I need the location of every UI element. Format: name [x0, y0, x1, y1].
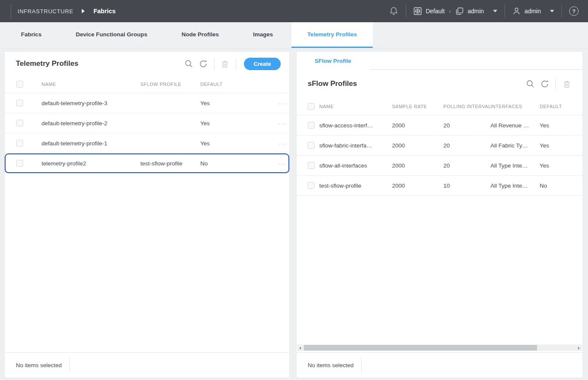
- sflow-panel-footer: No items selected: [297, 352, 582, 377]
- row-checkbox[interactable]: [16, 100, 23, 106]
- selection-status: No items selected: [16, 362, 62, 368]
- row-checkbox[interactable]: [16, 160, 23, 167]
- column-header-interfaces[interactable]: INTERFACES: [490, 104, 540, 109]
- chevron-down-icon: [493, 10, 497, 12]
- toolbar-divider: [214, 58, 214, 70]
- scrollbar-thumb[interactable]: [304, 345, 537, 351]
- column-header-name[interactable]: NAME: [319, 104, 392, 109]
- cluster-label: Default: [426, 8, 445, 15]
- topbar-chevron-icon: ›: [449, 8, 451, 15]
- cell-name: default-telemetry-profile-3: [42, 100, 140, 106]
- delete-icon[interactable]: [218, 60, 232, 68]
- column-header-sample-rate[interactable]: SAMPLE RATE: [392, 104, 443, 109]
- cell-default: Yes: [200, 120, 272, 127]
- cell-name: default-telemetry-profile-1: [42, 140, 140, 147]
- search-icon[interactable]: [523, 80, 538, 88]
- sflow-panel-title: sFlow Profiles: [308, 80, 523, 88]
- detail-tabs-filler: [369, 52, 582, 70]
- table-row[interactable]: sflow-fabric-interfa… 2000 20 All Fabric…: [297, 136, 582, 156]
- cluster-selector[interactable]: Default: [413, 7, 445, 15]
- cell-default: Yes: [200, 140, 272, 147]
- row-checkbox[interactable]: [16, 140, 23, 147]
- cell-name: sflow-access-interf…: [319, 122, 392, 129]
- sflow-profiles-panel: SFlow Profile sFlow Profiles NAME SAMPLE…: [296, 51, 583, 378]
- cell-polling-interval: 20: [443, 142, 490, 149]
- scroll-right-icon[interactable]: [575, 345, 582, 351]
- table-row[interactable]: default-telemetry-profile-2 Yes: [5, 113, 289, 133]
- notifications-bell-icon[interactable]: [389, 6, 398, 16]
- column-header-default[interactable]: DEFAULT: [540, 104, 563, 109]
- top-navigation-bar: INFRASTRUCTURE Fabrics Default › admin a: [0, 0, 588, 22]
- row-actions-icon[interactable]: [272, 140, 289, 147]
- tab-telemetry-profiles[interactable]: Telemetry Profiles: [291, 22, 373, 48]
- site-label: admin: [468, 8, 484, 15]
- footer-divider: [69, 357, 70, 373]
- cell-default: No: [540, 183, 563, 189]
- cell-sample-rate: 2000: [392, 162, 443, 169]
- user-menu[interactable]: admin: [512, 7, 554, 15]
- column-header-sflow-profile[interactable]: SFLOW PROFILE: [140, 82, 200, 87]
- help-icon[interactable]: ?: [569, 6, 579, 16]
- refresh-icon[interactable]: [538, 80, 552, 88]
- topbar-divider: [406, 5, 406, 18]
- table-row[interactable]: test-sflow-profile 2000 10 All Type Inte…: [297, 176, 582, 196]
- topbar-left-divider: [11, 4, 11, 18]
- row-actions-icon[interactable]: [272, 100, 289, 107]
- tab-sflow-profile[interactable]: SFlow Profile: [297, 52, 369, 70]
- create-button[interactable]: Create: [244, 58, 281, 70]
- breadcrumb-page-title: Fabrics: [93, 8, 116, 15]
- site-selector[interactable]: admin: [455, 7, 497, 15]
- row-actions-icon[interactable]: [272, 120, 289, 127]
- table-row[interactable]: sflow-access-interf… 2000 20 All Revenue…: [297, 115, 582, 136]
- cell-default: No: [200, 160, 272, 167]
- refresh-icon[interactable]: [196, 59, 211, 68]
- cell-name: sflow-all-interfaces: [319, 162, 392, 169]
- detail-tabs: SFlow Profile: [297, 52, 582, 70]
- toolbar-divider: [236, 58, 236, 70]
- row-checkbox[interactable]: [308, 122, 315, 129]
- breadcrumb-arrow-icon: [82, 9, 85, 13]
- cell-polling-interval: 10: [443, 183, 490, 189]
- topbar-divider: [505, 5, 505, 18]
- row-checkbox[interactable]: [16, 120, 23, 127]
- row-actions-icon[interactable]: [272, 160, 289, 167]
- selection-status: No items selected: [308, 362, 353, 368]
- row-checkbox[interactable]: [308, 142, 315, 149]
- tab-images[interactable]: Images: [237, 22, 289, 48]
- select-all-checkbox[interactable]: [308, 103, 315, 110]
- cell-default: Yes: [540, 162, 563, 169]
- table-row[interactable]: sflow-all-interfaces 2000 20 All Type In…: [297, 156, 582, 176]
- cell-interfaces: All Type Inte…: [490, 162, 540, 169]
- column-header-name[interactable]: NAME: [42, 82, 140, 87]
- row-checkbox[interactable]: [308, 182, 315, 189]
- column-header-polling-interval[interactable]: POLLING INTERVAL: [443, 104, 490, 109]
- tab-node-profiles[interactable]: Node Profiles: [166, 22, 235, 48]
- table-row[interactable]: default-telemetry-profile-3 Yes: [5, 93, 289, 113]
- cell-name: test-sflow-profile: [319, 183, 392, 189]
- cell-sflow-profile: test-sflow-profile: [140, 160, 200, 167]
- page-tabs: Fabrics Device Functional Groups Node Pr…: [0, 22, 588, 48]
- select-all-checkbox[interactable]: [16, 81, 23, 88]
- cell-polling-interval: 20: [443, 122, 490, 129]
- telemetry-profiles-panel: Telemetry Profiles Create NAME SFLOW PRO…: [4, 51, 290, 378]
- row-checkbox[interactable]: [308, 162, 315, 169]
- user-label: admin: [525, 8, 541, 15]
- cell-default: Yes: [540, 142, 563, 149]
- scrollbar-track[interactable]: [304, 345, 575, 351]
- table-row-selected[interactable]: telemetry-profile2 test-sflow-profile No: [5, 153, 289, 174]
- scroll-left-icon[interactable]: [297, 345, 304, 351]
- telemetry-panel-title: Telemetry Profiles: [16, 59, 181, 68]
- tab-fabrics[interactable]: Fabrics: [5, 22, 57, 48]
- delete-icon[interactable]: [559, 80, 574, 88]
- column-header-default[interactable]: DEFAULT: [200, 82, 272, 87]
- cell-name: default-telemetry-profile-2: [42, 120, 140, 127]
- telemetry-panel-footer: No items selected: [5, 352, 289, 377]
- cell-name: telemetry-profile2: [42, 160, 140, 167]
- cell-name: sflow-fabric-interfa…: [319, 142, 392, 149]
- horizontal-scrollbar[interactable]: [297, 345, 582, 351]
- table-row[interactable]: default-telemetry-profile-1 Yes: [5, 133, 289, 153]
- tab-device-functional-groups[interactable]: Device Functional Groups: [60, 22, 163, 48]
- breadcrumb-section[interactable]: INFRASTRUCTURE: [18, 8, 73, 15]
- cell-interfaces: All Type Inte…: [490, 183, 540, 189]
- search-icon[interactable]: [181, 59, 196, 68]
